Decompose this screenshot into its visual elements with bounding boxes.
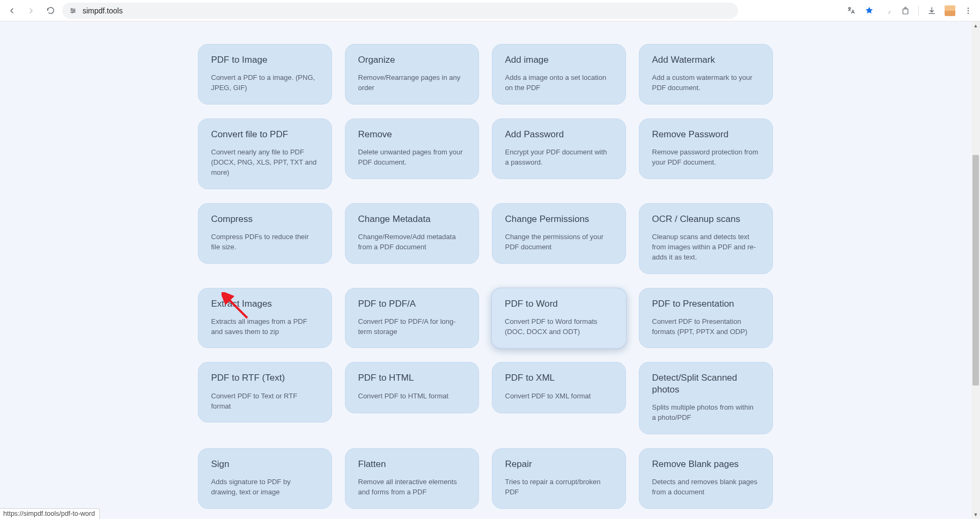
tool-card[interactable]: Change MetadataChange/Remove/Add metadat… [345, 203, 479, 264]
tool-card-desc: Remove/Rearrange pages in any order [358, 73, 466, 93]
browser-menu-icon[interactable] [961, 3, 976, 18]
tool-card-title: PDF to XML [505, 372, 613, 383]
tool-card-desc: Encrypt your PDF document with a passwor… [505, 147, 613, 168]
profile-avatar[interactable] [942, 3, 957, 18]
tool-card[interactable]: PDF to RTF (Text)Convert PDF to Text or … [198, 362, 332, 422]
downloads-icon[interactable] [924, 3, 939, 18]
tool-card-desc: Convert PDF to PDF/A for long-term stora… [358, 317, 466, 337]
tool-card-title: PDF to Image [211, 54, 319, 65]
tool-card-title: PDF to Word [505, 298, 613, 309]
tool-card[interactable]: Remove Blank pagesDetects and removes bl… [639, 448, 773, 509]
reload-button[interactable] [43, 3, 58, 18]
svg-point-3 [71, 8, 72, 9]
loading-indicator-icon [880, 3, 895, 18]
tool-card[interactable]: PDF to PresentationConvert PDF to Presen… [639, 288, 773, 349]
tool-card-title: Organize [358, 54, 466, 65]
tool-card[interactable]: PDF to HTMLConvert PDF to HTML format [345, 362, 479, 413]
tool-card[interactable]: PDF to PDF/AConvert PDF to PDF/A for lon… [345, 288, 479, 349]
status-bar: https://simpdf.tools/pdf-to-word [0, 508, 100, 519]
tool-card[interactable]: PDF to WordConvert PDF to Word formats (… [491, 287, 627, 349]
back-button[interactable] [4, 3, 19, 18]
tool-card-desc: Change the permissions of your PDF docum… [505, 232, 613, 253]
tool-card-title: Extract Images [211, 298, 319, 309]
page-content: PDF to ImageConvert a PDF to a image. (P… [0, 21, 971, 519]
tool-card-desc: Adds signature to PDF by drawing, text o… [211, 477, 319, 498]
tool-card-title: PDF to HTML [358, 372, 466, 383]
tool-card-title: Compress [211, 213, 319, 225]
tool-grid: PDF to ImageConvert a PDF to a image. (P… [198, 21, 774, 509]
bookmark-star-icon[interactable] [861, 3, 876, 18]
tool-card[interactable]: Detect/Split Scanned photosSplits multip… [639, 362, 773, 434]
tool-card-desc: Delete unwanted pages from your PDF docu… [358, 147, 466, 168]
tool-card-title: Detect/Split Scanned photos [652, 372, 760, 395]
tool-card-desc: Convert PDF to HTML format [358, 391, 466, 402]
tool-card-title: Repair [505, 458, 613, 470]
forward-button[interactable] [24, 3, 39, 18]
tool-card-desc: Extracts all images from a PDF and saves… [211, 317, 319, 337]
svg-point-11 [968, 12, 969, 13]
tool-card[interactable]: Add imageAdds a image onto a set locatio… [492, 44, 626, 105]
tool-card-title: PDF to PDF/A [358, 298, 466, 309]
tool-card-desc: Splits multiple photos from within a pho… [652, 403, 760, 423]
tool-card[interactable]: CompressCompress PDFs to reduce their fi… [198, 203, 332, 264]
tool-card[interactable]: OCR / Cleanup scansCleanup scans and det… [639, 203, 773, 274]
tool-card-desc: Convert PDF to Text or RTF format [211, 391, 319, 412]
tool-card-title: OCR / Cleanup scans [652, 213, 760, 225]
tool-card-desc: Convert nearly any file to PDF (DOCX, PN… [211, 147, 319, 178]
site-settings-icon[interactable] [69, 6, 77, 15]
address-bar[interactable]: simpdf.tools [62, 3, 738, 19]
tool-card[interactable]: Change PermissionsChange the permissions… [492, 203, 626, 264]
tool-card-desc: Change/Remove/Add metadata from a PDF do… [358, 232, 466, 253]
browser-toolbar: simpdf.tools [0, 0, 980, 21]
tool-card-desc: Compress PDFs to reduce their file size. [211, 232, 319, 253]
tool-card-title: Change Metadata [358, 213, 466, 225]
tool-card-title: Remove Password [652, 129, 760, 140]
tool-card-desc: Add a custom watermark to your PDF docum… [652, 73, 760, 93]
tool-card[interactable]: SignAdds signature to PDF by drawing, te… [198, 448, 332, 509]
tool-card-desc: Convert PDF to Word formats (DOC, DOCX a… [505, 317, 613, 337]
tool-card-title: Add image [505, 54, 613, 65]
tool-card-desc: Remove all interactive elements and form… [358, 477, 466, 498]
tool-card-title: Flatten [358, 458, 466, 470]
status-url-text: https://simpdf.tools/pdf-to-word [3, 510, 95, 517]
tool-card-desc: Tries to repair a corrupt/broken PDF [505, 477, 613, 498]
tool-card[interactable]: Add PasswordEncrypt your PDF document wi… [492, 118, 626, 179]
tool-card-title: PDF to RTF (Text) [211, 372, 319, 383]
extensions-icon[interactable] [898, 3, 913, 18]
tool-card-title: PDF to Presentation [652, 298, 760, 309]
tool-card[interactable]: OrganizeRemove/Rearrange pages in any or… [345, 44, 479, 105]
tool-card-desc: Convert PDF to XML format [505, 391, 613, 402]
scroll-track[interactable] [971, 30, 980, 510]
tool-card-title: Remove Blank pages [652, 458, 760, 470]
svg-point-4 [73, 10, 75, 11]
tool-card[interactable]: Remove PasswordRemove password protectio… [639, 118, 773, 179]
svg-point-10 [968, 10, 969, 11]
scroll-down-arrow-icon[interactable]: ▼ [971, 510, 980, 519]
tool-card-desc: Convert PDF to Presentation formats (PPT… [652, 317, 760, 337]
scroll-thumb[interactable] [972, 155, 979, 385]
tool-card-title: Add Watermark [652, 54, 760, 65]
tool-card-desc: Remove password protection from your PDF… [652, 147, 760, 168]
scroll-up-arrow-icon[interactable]: ▲ [971, 21, 980, 30]
tool-card[interactable]: Extract ImagesExtracts all images from a… [198, 288, 332, 349]
tool-card-desc: Detects and removes blank pages from a d… [652, 477, 760, 498]
tool-card[interactable]: Convert file to PDFConvert nearly any fi… [198, 118, 332, 189]
tool-card[interactable]: RepairTries to repair a corrupt/broken P… [492, 448, 626, 509]
page-viewport: PDF to ImageConvert a PDF to a image. (P… [0, 21, 980, 519]
tool-card-title: Sign [211, 458, 319, 470]
vertical-scrollbar[interactable]: ▲ ▼ [971, 21, 980, 519]
url-text: simpdf.tools [83, 6, 123, 15]
tool-card-desc: Adds a image onto a set location on the … [505, 73, 613, 93]
tool-card-title: Convert file to PDF [211, 129, 319, 140]
tool-card[interactable]: PDF to XMLConvert PDF to XML format [492, 362, 626, 413]
tool-card-title: Remove [358, 129, 466, 140]
tool-card[interactable]: FlattenRemove all interactive elements a… [345, 448, 479, 509]
svg-point-9 [968, 8, 969, 9]
tool-card-title: Change Permissions [505, 213, 613, 225]
svg-point-5 [72, 11, 73, 12]
svg-point-6 [885, 8, 890, 13]
tool-card[interactable]: PDF to ImageConvert a PDF to a image. (P… [198, 44, 332, 105]
translate-icon[interactable] [843, 3, 858, 18]
tool-card[interactable]: Add WatermarkAdd a custom watermark to y… [639, 44, 773, 105]
tool-card[interactable]: RemoveDelete unwanted pages from your PD… [345, 118, 479, 179]
